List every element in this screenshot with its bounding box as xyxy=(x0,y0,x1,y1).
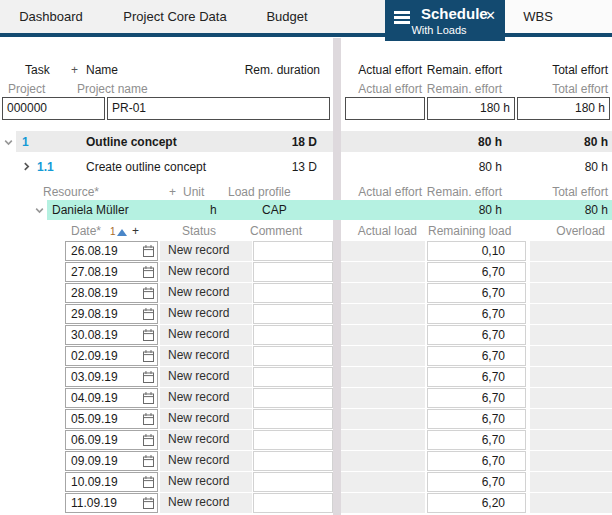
comment-input[interactable] xyxy=(253,367,333,387)
project-total-effort-input[interactable]: 180 h xyxy=(517,97,610,120)
comment-input[interactable] xyxy=(253,304,333,324)
add-task-button[interactable]: + xyxy=(71,62,78,78)
overload-cell xyxy=(530,472,612,492)
comment-input[interactable] xyxy=(253,451,333,471)
overload-cell xyxy=(530,346,612,366)
remaining-load-input[interactable]: 6,70 xyxy=(427,409,526,429)
comment-input[interactable] xyxy=(253,430,333,450)
comment-input[interactable] xyxy=(253,283,333,303)
project-id-input[interactable]: 000000 xyxy=(2,97,105,120)
col-header-unit[interactable]: Unit xyxy=(183,184,204,200)
comment-input[interactable] xyxy=(253,493,333,513)
calendar-icon[interactable] xyxy=(143,434,154,446)
tab-schedule-active[interactable]: Schedule ✕ With Loads xyxy=(385,0,505,41)
subheader-total-effort: Total effort xyxy=(552,81,608,97)
calendar-icon[interactable] xyxy=(143,476,154,488)
col-header-remain-effort[interactable]: Remain. effort xyxy=(427,184,502,200)
chevron-down-icon[interactable] xyxy=(3,137,14,148)
col-header-actual-effort[interactable]: Actual effort xyxy=(358,184,422,200)
task-row-1-1[interactable]: 1.1 Create outline concept 13 D 80 h 80 … xyxy=(0,156,612,177)
remaining-load-input[interactable]: 6,70 xyxy=(427,472,526,492)
project-actual-effort-input[interactable] xyxy=(345,97,425,120)
remaining-load-input[interactable]: 6,70 xyxy=(427,346,526,366)
actual-load-cell xyxy=(341,388,425,408)
col-header-load-profile[interactable]: Load profile xyxy=(228,184,291,200)
remaining-load-input[interactable]: 6,70 xyxy=(427,451,526,471)
comment-input[interactable] xyxy=(253,346,333,366)
task-name[interactable]: Create outline concept xyxy=(86,158,206,176)
remaining-load-input[interactable]: 6,70 xyxy=(427,304,526,324)
comment-input[interactable] xyxy=(253,325,333,345)
resource-row[interactable]: Daniela Müller h CAP 80 h 80 h xyxy=(0,200,612,220)
task-rem-duration: 13 D xyxy=(292,158,317,176)
col-header-date[interactable]: Date* xyxy=(71,223,101,239)
calendar-icon[interactable] xyxy=(143,350,154,362)
load-row: 10.09.19 New record 6,70 xyxy=(0,472,612,492)
col-header-task[interactable]: Task xyxy=(25,62,50,78)
resource-name[interactable]: Daniela Müller xyxy=(52,202,129,219)
remaining-load-input[interactable]: 6,70 xyxy=(427,262,526,282)
remaining-load-input[interactable]: 6,70 xyxy=(427,430,526,450)
load-rows: 26.08.19 New record 0,10 27.08.19 New re… xyxy=(0,241,612,514)
subheader-project-name: Project name xyxy=(77,81,148,97)
load-row: 11.09.19 New record 6,20 xyxy=(0,493,612,513)
remaining-load-input[interactable]: 6,70 xyxy=(427,325,526,345)
col-header-status[interactable]: Status xyxy=(182,223,216,239)
task-name[interactable]: Outline concept xyxy=(86,133,177,151)
calendar-icon[interactable] xyxy=(143,245,154,257)
actual-load-cell xyxy=(341,241,425,261)
col-header-resource[interactable]: Resource* xyxy=(43,184,99,200)
status-cell: New record xyxy=(160,346,252,366)
calendar-icon[interactable] xyxy=(143,371,154,383)
sort-ascending-icon[interactable] xyxy=(117,229,127,236)
col-header-rem-duration[interactable]: Rem. duration xyxy=(245,62,320,78)
tab-project-core-data[interactable]: Project Core Data xyxy=(110,0,240,33)
remaining-load-input[interactable]: 6,70 xyxy=(427,388,526,408)
calendar-icon[interactable] xyxy=(143,266,154,278)
col-header-remaining-load[interactable]: Remaining load xyxy=(428,223,511,239)
project-remain-effort-input[interactable]: 180 h xyxy=(427,97,515,120)
load-row: 28.08.19 New record 6,70 xyxy=(0,283,612,303)
remaining-load-input[interactable]: 6,20 xyxy=(427,493,526,513)
resource-load-profile: CAP xyxy=(262,202,287,219)
calendar-icon[interactable] xyxy=(143,392,154,404)
task-wbs-number[interactable]: 1 xyxy=(22,133,29,151)
close-icon[interactable]: ✕ xyxy=(485,8,496,23)
col-header-total-effort[interactable]: Total effort xyxy=(552,184,608,200)
project-name-input[interactable]: PR-01 xyxy=(107,97,330,120)
comment-input[interactable] xyxy=(253,241,333,261)
col-header-overload[interactable]: Overload xyxy=(556,223,605,239)
col-header-comment[interactable]: Comment xyxy=(250,223,302,239)
col-header-actual-load[interactable]: Actual load xyxy=(358,223,417,239)
col-header-remain-effort[interactable]: Remain. effort xyxy=(427,62,502,78)
chevron-right-icon[interactable] xyxy=(21,161,32,172)
tab-budget[interactable]: Budget xyxy=(250,0,324,33)
comment-input[interactable] xyxy=(253,262,333,282)
remaining-load-input[interactable]: 6,70 xyxy=(427,367,526,387)
col-header-total-effort[interactable]: Total effort xyxy=(552,62,608,78)
add-resource-button[interactable]: + xyxy=(169,184,176,200)
calendar-icon[interactable] xyxy=(143,413,154,425)
chevron-down-icon[interactable] xyxy=(34,205,45,216)
comment-input[interactable] xyxy=(253,472,333,492)
tab-wbs[interactable]: WBS xyxy=(505,0,571,33)
calendar-icon[interactable] xyxy=(143,287,154,299)
task-remain-effort: 80 h xyxy=(478,133,502,151)
remaining-load-input[interactable]: 0,10 xyxy=(427,241,526,261)
calendar-icon[interactable] xyxy=(143,308,154,320)
tab-dashboard[interactable]: Dashboard xyxy=(8,0,94,33)
calendar-icon[interactable] xyxy=(143,329,154,341)
actual-load-cell xyxy=(341,493,425,513)
comment-input[interactable] xyxy=(253,388,333,408)
add-load-row-button[interactable]: + xyxy=(132,223,139,239)
comment-input[interactable] xyxy=(253,409,333,429)
task-wbs-number[interactable]: 1.1 xyxy=(37,158,54,176)
task-row-1[interactable]: 1 Outline concept 18 D 80 h 80 h xyxy=(0,131,612,152)
calendar-icon[interactable] xyxy=(143,497,154,509)
remaining-load-input[interactable]: 6,70 xyxy=(427,283,526,303)
col-header-actual-effort[interactable]: Actual effort xyxy=(358,62,422,78)
col-header-name[interactable]: Name xyxy=(86,62,118,78)
calendar-icon[interactable] xyxy=(143,455,154,467)
resource-remain-effort: 80 h xyxy=(479,202,502,219)
sort-order-number[interactable]: 1 xyxy=(110,224,116,240)
